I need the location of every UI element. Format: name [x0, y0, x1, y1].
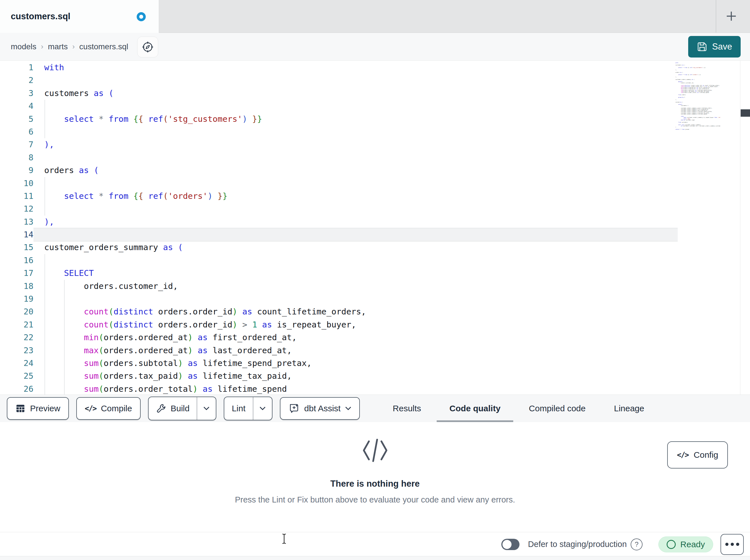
- code-line: 14: [0, 228, 750, 241]
- empty-state-subtitle: Press the Lint or Fix button above to ev…: [0, 495, 750, 504]
- copilot-compass-button[interactable]: [137, 37, 158, 58]
- code-line: 22 min(orders.ordered_at) as first_order…: [0, 331, 750, 344]
- compile-button[interactable]: </> Compile: [76, 397, 141, 420]
- line-number: 18: [0, 280, 34, 293]
- toggle-knob: [502, 540, 512, 549]
- chevron-down-icon: [203, 407, 210, 411]
- code-line: 26 sum(orders.order_total) as lifetime_s…: [0, 383, 750, 395]
- preview-button-label: Preview: [30, 403, 60, 413]
- chevron-down-icon: [345, 407, 351, 411]
- breadcrumb-bar: models › marts › customers.sql Save: [0, 33, 750, 61]
- line-number: 9: [0, 164, 34, 177]
- code-line: 5 select * from {{ ref('stg_customers') …: [0, 113, 750, 125]
- lint-dropdown-button[interactable]: [253, 397, 272, 420]
- wrench-icon: [156, 403, 166, 414]
- line-number: 22: [0, 331, 34, 344]
- minimap[interactable]: with customers as ( select * from {{ ref…: [675, 62, 720, 130]
- chevron-right-icon: ›: [41, 42, 43, 51]
- breadcrumb-item-file[interactable]: customers.sql: [79, 42, 129, 51]
- code-line: 13),: [0, 215, 750, 228]
- lint-button-label: Lint: [232, 403, 245, 413]
- status-circle-icon: [667, 540, 676, 549]
- breadcrumb: models › marts › customers.sql: [11, 33, 128, 60]
- code-line: 19: [0, 293, 750, 305]
- bottom-edge-strip: [0, 556, 750, 560]
- line-number: 24: [0, 357, 34, 370]
- code-brackets-icon: </>: [677, 451, 689, 459]
- tab-results[interactable]: Results: [380, 395, 434, 422]
- breadcrumb-item-marts[interactable]: marts: [48, 42, 68, 51]
- compass-icon: [141, 41, 154, 53]
- line-number: 6: [0, 125, 34, 138]
- ready-status-badge[interactable]: Ready: [658, 537, 713, 552]
- line-number: 19: [0, 293, 34, 305]
- line-number: 7: [0, 138, 34, 151]
- action-toolbar: Preview </> Compile Build Lint: [0, 395, 750, 422]
- dbt-assist-button[interactable]: dbt Assist: [280, 397, 360, 420]
- chevron-down-icon: [259, 407, 266, 411]
- code-line: 24 sum(orders.subtotal) as lifetime_spen…: [0, 357, 750, 370]
- line-number: 8: [0, 151, 34, 164]
- code-line: 12: [0, 203, 750, 215]
- tab-customers-sql[interactable]: customers.sql: [0, 0, 159, 33]
- build-dropdown-button[interactable]: [197, 397, 216, 420]
- save-button[interactable]: Save: [688, 36, 741, 58]
- editor-scrollbar[interactable]: [740, 61, 750, 395]
- compile-button-label: Compile: [101, 403, 132, 413]
- code-quality-panel: There is nothing here Press the Lint or …: [0, 422, 750, 532]
- line-number: 12: [0, 203, 34, 215]
- code-line: 25 sum(orders.tax_paid) as lifetime_tax_…: [0, 370, 750, 382]
- line-number: 3: [0, 87, 34, 100]
- defer-label: Defer to staging/production: [528, 540, 627, 549]
- save-floppy-icon: [697, 41, 708, 52]
- tab-lineage[interactable]: Lineage: [601, 395, 657, 422]
- tab-bar: customers.sql: [0, 0, 750, 33]
- preview-button[interactable]: Preview: [7, 397, 69, 420]
- new-tab-button[interactable]: [722, 6, 741, 26]
- chevron-right-icon: ›: [72, 42, 75, 51]
- line-number: 5: [0, 113, 34, 125]
- empty-state-title: There is nothing here: [0, 479, 750, 489]
- config-button-label: Config: [694, 450, 718, 460]
- line-number: 13: [0, 215, 34, 228]
- code-line: 16: [0, 254, 750, 267]
- lint-button[interactable]: Lint: [224, 397, 253, 420]
- code-line: 1with: [0, 61, 750, 74]
- breadcrumb-item-models[interactable]: models: [11, 42, 36, 51]
- line-number: 25: [0, 370, 34, 382]
- line-number: 4: [0, 100, 34, 112]
- code-line: 21 count(distinct orders.order_id) > 1 a…: [0, 318, 750, 331]
- code-line: 18 orders.customer_id,: [0, 280, 750, 293]
- line-number: 1: [0, 61, 34, 74]
- code-brackets-icon: [358, 436, 392, 464]
- line-number: 10: [0, 177, 34, 190]
- scrollbar-thumb[interactable]: [741, 109, 750, 117]
- line-number: 15: [0, 241, 34, 254]
- tab-compiled-code[interactable]: Compiled code: [516, 395, 598, 422]
- tab-code-quality[interactable]: Code quality: [437, 395, 513, 422]
- build-button[interactable]: Build: [149, 397, 197, 420]
- code-line: 3customers as (: [0, 87, 750, 100]
- code-brackets-icon: </>: [85, 404, 96, 413]
- build-button-label: Build: [171, 403, 190, 413]
- defer-toggle[interactable]: [501, 539, 519, 550]
- save-button-label: Save: [712, 42, 732, 52]
- line-number: 26: [0, 383, 34, 395]
- build-split-button: Build: [148, 397, 217, 420]
- help-icon[interactable]: ?: [631, 538, 643, 551]
- code-line: 15customer_orders_summary as (: [0, 241, 750, 254]
- line-number: 17: [0, 267, 34, 279]
- plus-icon: [726, 11, 737, 22]
- empty-state: There is nothing here Press the Lint or …: [0, 436, 750, 504]
- toolbar-buttons: Preview </> Compile Build Lint: [0, 397, 360, 420]
- more-options-button[interactable]: [721, 534, 744, 555]
- ready-label: Ready: [680, 540, 705, 549]
- lint-split-button: Lint: [224, 397, 272, 420]
- code-editor[interactable]: 1with23customers as (45 select * from {{…: [0, 61, 750, 395]
- unsaved-indicator-dot: [137, 12, 146, 21]
- code-line: 8: [0, 151, 750, 164]
- line-number: 16: [0, 254, 34, 267]
- config-button[interactable]: </> Config: [667, 441, 728, 469]
- code-line: 4: [0, 100, 750, 112]
- line-number: 11: [0, 190, 34, 203]
